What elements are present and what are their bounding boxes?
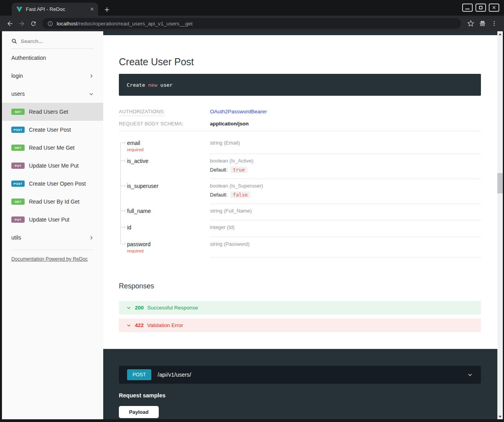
sidebar-item-create-user-open-post[interactable]: POST Create User Open Post — [2, 175, 103, 193]
chevron-down-icon — [126, 323, 131, 328]
field-type: string (Email) — [210, 140, 481, 146]
response-label: Validation Error — [147, 322, 183, 328]
method-badge-put: PUT — [11, 216, 25, 223]
url-host: localhost — [57, 21, 77, 27]
new-tab-button[interactable]: + — [104, 5, 109, 14]
field-type: boolean (Is_Active) — [210, 158, 481, 164]
sidebar-item-utils[interactable]: utils — [2, 229, 103, 247]
field-type: boolean (Is_Superuser) — [210, 183, 481, 189]
forward-button[interactable] — [16, 18, 27, 29]
schema-field-is-superuser: is_superuser boolean (Is_Superuser) Defa… — [119, 179, 481, 204]
code-text: Create — [127, 82, 148, 88]
response-422[interactable]: 422 Validation Error — [119, 318, 481, 332]
sidebar-item-create-user-post[interactable]: POST Create User Post — [2, 121, 103, 139]
back-icon — [6, 20, 14, 27]
default-label: Default: — [210, 192, 228, 198]
sidebar-item-users[interactable]: users — [2, 85, 103, 103]
operation-content: Create User Post Create new user AUTHORI… — [103, 56, 497, 332]
schema-table: email required string (Email) is_active … — [119, 136, 481, 257]
sidebar-item-login[interactable]: login — [2, 67, 103, 85]
back-button[interactable] — [4, 18, 16, 29]
payload-tab[interactable]: Payload — [119, 406, 159, 418]
redoc-footer-link[interactable]: Documentation Powered by ReDoc — [11, 256, 88, 262]
sidebar-item-read-users-get[interactable]: GET Read Users Get — [2, 103, 103, 121]
sidebar-item-update-user-me-put[interactable]: PUT Update User Me Put — [2, 157, 103, 175]
scrollbar-up-arrow[interactable] — [497, 31, 503, 37]
required-flag: required — [127, 249, 210, 253]
browser-tab[interactable]: Fast API - ReDoc ✕ — [12, 3, 98, 16]
chevron-right-icon — [89, 235, 94, 240]
field-type: string (Full_Name) — [210, 208, 481, 214]
field-name[interactable]: is_superuser — [127, 183, 210, 189]
scrollbar-down-arrow[interactable] — [497, 414, 503, 419]
triangle-down-icon — [499, 416, 502, 418]
method-badge-post: POST — [11, 181, 25, 187]
field-name[interactable]: email — [127, 140, 210, 146]
code-text: user — [157, 82, 172, 88]
field-name[interactable]: id — [127, 224, 210, 231]
code-keyword: new — [148, 82, 157, 88]
chevron-right-icon — [89, 73, 94, 79]
sidebar-item-update-user-put[interactable]: PUT Update User Put — [2, 211, 103, 229]
method-badge-get: GET — [11, 145, 25, 151]
reload-button[interactable] — [27, 18, 39, 29]
sidebar: Authentication login users GET Read User… — [2, 31, 103, 419]
sidebar-item-label: login — [11, 73, 23, 79]
response-code: 422 — [135, 322, 144, 328]
kebab-menu-icon — [491, 20, 497, 27]
browser-menu-button[interactable] — [488, 18, 500, 29]
sidebar-item-label: Update User Me Put — [29, 163, 79, 169]
sidebar-item-label: Read User By Id Get — [29, 198, 79, 205]
minimize-icon — [465, 9, 470, 9]
default-value: false — [230, 191, 251, 198]
method-badge-post: POST — [11, 127, 25, 133]
favicon-icon — [16, 7, 22, 12]
bookmark-star-button[interactable] — [465, 18, 477, 29]
main-panel: Create User Post Create new user AUTHORI… — [103, 31, 497, 419]
authorizations-label: AUTHORIZATIONS: — [119, 109, 165, 116]
window-close-button[interactable]: ✕ — [489, 4, 499, 12]
search-input[interactable] — [21, 38, 87, 44]
page-title: Create User Post — [119, 56, 481, 68]
sidebar-item-label: Create User Post — [29, 127, 71, 133]
star-icon — [467, 20, 474, 27]
default-value: true — [230, 166, 248, 173]
response-200[interactable]: 200 Successful Response — [119, 301, 481, 315]
sidebar-item-label: Update User Put — [29, 216, 70, 223]
site-info-icon[interactable] — [47, 21, 53, 27]
incognito-indicator — [477, 18, 488, 29]
sidebar-item-label: users — [11, 91, 25, 97]
incognito-icon — [479, 20, 486, 27]
browser-toolbar: localhost/redoc#operation/read_users_api… — [0, 16, 504, 31]
window-maximize-button[interactable] — [475, 4, 486, 12]
sidebar-item-authentication[interactable]: Authentication — [2, 49, 103, 67]
browser-window: Fast API - ReDoc ✕ + ✕ localhost/redoc#o… — [0, 0, 504, 422]
window-minimize-button[interactable] — [462, 4, 473, 12]
close-icon: ✕ — [492, 5, 496, 10]
tab-title: Fast API - ReDoc — [26, 6, 86, 12]
schema-field-email: email required string (Email) — [119, 136, 481, 154]
field-name[interactable]: full_name — [127, 208, 210, 214]
schema-field-is-active: is_active boolean (Is_Active) Default:tr… — [119, 154, 481, 179]
endpoint-path: /api/v1/users/ — [158, 372, 191, 378]
schema-field-id: id integer (Id) — [119, 220, 481, 237]
url-bar[interactable]: localhost/redoc#operation/read_users_api… — [42, 18, 461, 29]
tab-close-icon[interactable]: ✕ — [90, 6, 94, 12]
reload-icon — [30, 20, 37, 27]
sidebar-item-read-user-me-get[interactable]: GET Read User Me Get — [2, 139, 103, 157]
search-box[interactable] — [11, 38, 94, 49]
sidebar-item-read-user-by-id-get[interactable]: GET Read User By Id Get — [2, 193, 103, 211]
sidebar-item-label: Authentication — [11, 55, 46, 61]
maximize-icon — [479, 6, 482, 9]
url-text: localhost/redoc#operation/read_users_api… — [57, 21, 193, 27]
field-type: string (Password) — [210, 241, 481, 247]
previous-section-panel-edge — [103, 31, 497, 35]
scrollbar-thumb[interactable] — [497, 173, 503, 193]
chevron-down-icon — [467, 372, 473, 377]
field-name[interactable]: is_active — [127, 158, 210, 164]
response-code: 200 — [135, 305, 144, 311]
endpoint-dropdown[interactable]: POST /api/v1/users/ — [119, 366, 481, 384]
oauth2-link[interactable]: OAuth2PasswordBearer — [210, 109, 267, 114]
page-scrollbar[interactable] — [497, 31, 503, 419]
field-name[interactable]: password — [127, 241, 210, 247]
